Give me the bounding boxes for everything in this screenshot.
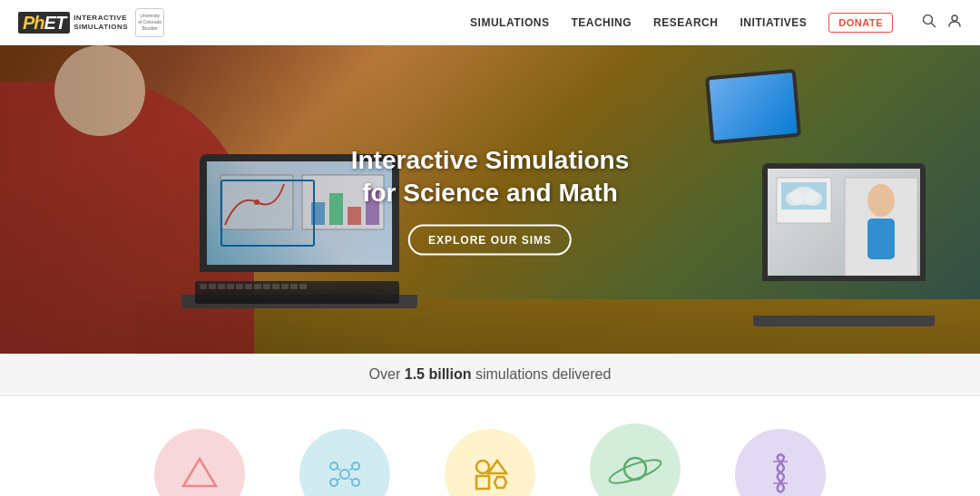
subjects-section: PHYSICS CHEMISTRY xyxy=(0,396,980,496)
stats-suffix: simulations delivered xyxy=(472,366,612,382)
nav-research[interactable]: RESEARCH xyxy=(653,16,718,29)
logo-simulations: SIMULATIONS xyxy=(74,23,128,32)
math-icon xyxy=(467,452,513,496)
svg-point-28 xyxy=(476,461,489,473)
stats-prefix: Over xyxy=(369,366,405,382)
svg-point-21 xyxy=(352,462,359,470)
svg-marker-18 xyxy=(183,459,216,486)
subject-chemistry[interactable]: CHEMISTRY xyxy=(299,429,390,496)
svg-point-32 xyxy=(607,455,663,488)
subject-math[interactable]: MATH xyxy=(445,429,535,496)
svg-point-33 xyxy=(624,458,646,480)
svg-line-1 xyxy=(932,23,936,26)
nav-simulations[interactable]: SIMULATIONS xyxy=(470,16,549,29)
search-icon[interactable] xyxy=(922,14,936,32)
svg-line-27 xyxy=(349,479,352,480)
explore-sims-button[interactable]: EXPLORE OUR SIMS xyxy=(408,224,572,255)
svg-point-19 xyxy=(340,470,349,479)
university-logo: Universityof ColoradoBoulder xyxy=(135,8,164,37)
subject-physics[interactable]: PHYSICS xyxy=(154,429,245,496)
logo-ph: Ph xyxy=(23,13,44,33)
logo-area: PhET INTERACTIVE SIMULATIONS Universityo… xyxy=(18,8,164,37)
nav-teaching[interactable]: TEACHING xyxy=(571,16,632,29)
phet-logo-box: PhET xyxy=(18,12,70,34)
svg-point-22 xyxy=(330,479,338,486)
logo-text-block: INTERACTIVE SIMULATIONS xyxy=(74,14,128,31)
hero-title: Interactive Simulations for Science and … xyxy=(351,144,630,210)
logo-et: ET xyxy=(44,13,66,33)
svg-marker-29 xyxy=(488,461,506,473)
donate-button[interactable]: DONATE xyxy=(828,13,893,33)
chemistry-circle xyxy=(299,429,390,496)
svg-line-26 xyxy=(338,479,340,480)
svg-line-24 xyxy=(338,469,340,470)
header: PhET INTERACTIVE SIMULATIONS Universityo… xyxy=(0,0,980,45)
svg-point-23 xyxy=(352,479,359,486)
chemistry-icon xyxy=(320,450,370,497)
university-name: Universityof ColoradoBoulder xyxy=(138,13,162,32)
main-nav: SIMULATIONS TEACHING RESEARCH INITIATIVE… xyxy=(470,13,962,33)
svg-marker-31 xyxy=(495,477,506,488)
stats-bar: Over 1.5 billion simulations delivered xyxy=(0,354,980,396)
math-circle xyxy=(445,429,535,496)
svg-rect-30 xyxy=(476,476,489,489)
svg-point-2 xyxy=(952,15,957,21)
biology-circle xyxy=(735,429,826,496)
user-icon[interactable] xyxy=(947,14,962,32)
stats-bold: 1.5 billion xyxy=(405,366,472,382)
svg-line-25 xyxy=(349,469,352,470)
hero-section: Interactive Simulations for Science and … xyxy=(0,45,980,354)
logo-interactive: INTERACTIVE xyxy=(74,14,128,23)
svg-point-20 xyxy=(330,462,338,470)
nav-initiatives[interactable]: INITIATIVES xyxy=(740,16,807,29)
subject-biology[interactable]: BIOLOGY xyxy=(735,429,826,496)
earth-circle xyxy=(590,423,681,496)
hero-text: Interactive Simulations for Science and … xyxy=(351,144,630,256)
hero-title-line2: for Science and Math xyxy=(362,179,618,207)
header-icons xyxy=(922,14,962,32)
hero-title-line1: Interactive Simulations xyxy=(351,146,630,174)
subject-earth-science[interactable]: EARTH SCIENCE xyxy=(590,423,681,496)
physics-icon xyxy=(177,452,222,496)
biology-icon xyxy=(760,450,801,497)
phet-logo[interactable]: PhET INTERACTIVE SIMULATIONS xyxy=(18,12,128,34)
physics-circle xyxy=(154,429,245,496)
earth-icon xyxy=(612,446,658,491)
